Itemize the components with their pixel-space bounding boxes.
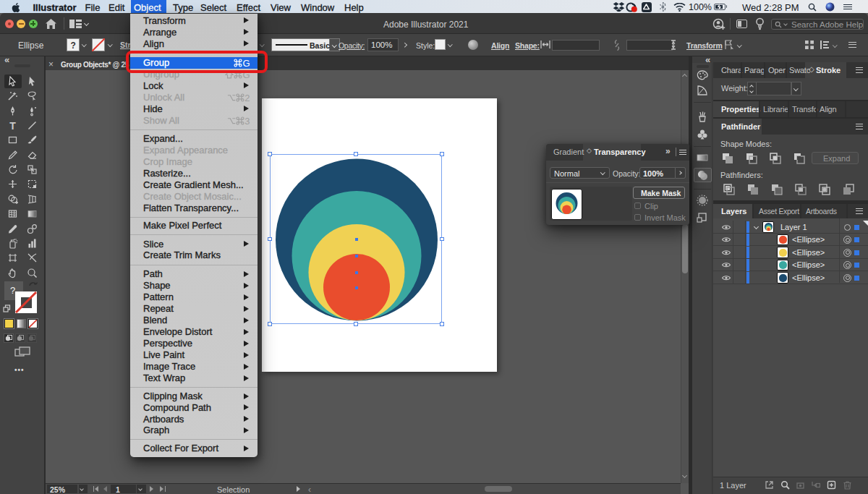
svg-text:T: T <box>9 120 16 131</box>
